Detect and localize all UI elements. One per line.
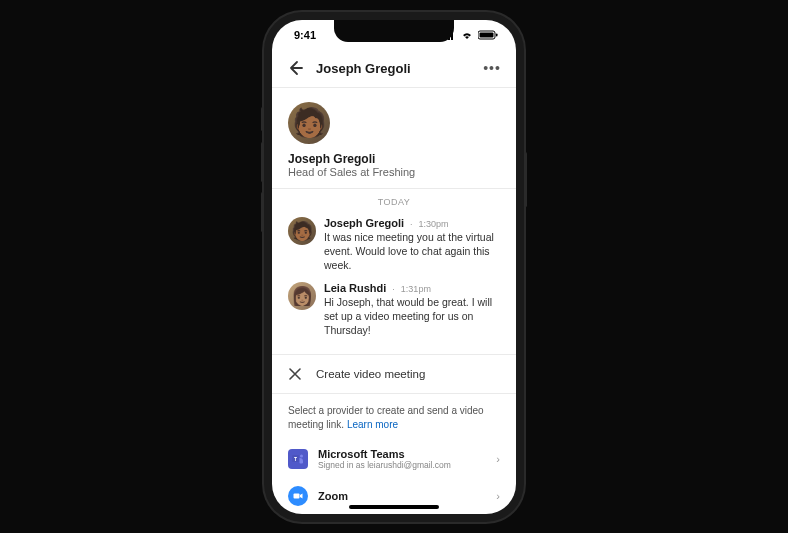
teams-icon: T: [288, 449, 308, 469]
message-time: 1:30pm: [419, 219, 449, 229]
phone-side-button: [261, 107, 264, 131]
page-title: Joseph Gregoli: [316, 61, 470, 76]
chevron-right-icon: ›: [496, 453, 500, 465]
svg-point-9: [300, 454, 303, 457]
dot-sep: ·: [410, 219, 413, 229]
close-icon: [289, 368, 301, 380]
more-icon: •••: [483, 60, 501, 76]
notch: [334, 20, 454, 42]
provider-info: Zoom: [318, 490, 486, 502]
message-row: Leia Rushdi · 1:31pm Hi Joseph, that wou…: [272, 278, 516, 344]
wifi-icon: [460, 30, 474, 40]
learn-more-link[interactable]: Learn more: [347, 419, 398, 430]
phone-frame: 9:41 Joseph Gregoli ••• Joseph Gregoli H…: [264, 12, 524, 522]
svg-rect-5: [480, 32, 494, 37]
battery-icon: [478, 30, 498, 40]
day-separator: TODAY: [272, 189, 516, 213]
profile-block: Joseph Gregoli Head of Sales at Freshing: [272, 88, 516, 189]
svg-rect-10: [294, 493, 300, 498]
more-button[interactable]: •••: [482, 58, 502, 78]
phone-side-button: [261, 192, 264, 232]
message-time: 1:31pm: [401, 284, 431, 294]
message-text: It was nice meeting you at the virtual e…: [324, 230, 500, 273]
message-sender: Leia Rushdi: [324, 282, 386, 294]
chevron-right-icon: ›: [496, 490, 500, 502]
message-text: Hi Joseph, that would be great. I will s…: [324, 295, 500, 338]
phone-side-button: [261, 142, 264, 182]
message-body: Joseph Gregoli · 1:30pm It was nice meet…: [324, 217, 500, 273]
screen: 9:41 Joseph Gregoli ••• Joseph Gregoli H…: [272, 20, 516, 514]
sheet-description: Select a provider to create and send a v…: [272, 394, 516, 440]
provider-name: Microsoft Teams: [318, 448, 486, 460]
phone-side-button: [524, 152, 527, 207]
arrow-left-icon: [287, 60, 303, 76]
avatar[interactable]: [288, 217, 316, 245]
sheet-header: Create video meeting: [272, 354, 516, 394]
svg-rect-6: [496, 33, 498, 36]
profile-title: Head of Sales at Freshing: [288, 166, 500, 178]
message-row: Joseph Gregoli · 1:30pm It was nice meet…: [272, 213, 516, 279]
close-button[interactable]: [288, 367, 302, 381]
message-body: Leia Rushdi · 1:31pm Hi Joseph, that wou…: [324, 282, 500, 338]
svg-text:T: T: [294, 455, 297, 461]
provider-teams[interactable]: T Microsoft Teams Signed in as leiarushd…: [272, 440, 516, 478]
back-button[interactable]: [286, 59, 304, 77]
avatar[interactable]: [288, 282, 316, 310]
provider-sub: Signed in as leiarushdi@gmail.com: [318, 460, 486, 470]
status-time: 9:41: [294, 29, 316, 41]
home-indicator[interactable]: [349, 505, 439, 509]
provider-info: Microsoft Teams Signed in as leiarushdi@…: [318, 448, 486, 470]
message-sender: Joseph Gregoli: [324, 217, 404, 229]
dot-sep: ·: [392, 284, 395, 294]
zoom-icon: [288, 486, 308, 506]
profile-name: Joseph Gregoli: [288, 152, 500, 166]
nav-header: Joseph Gregoli •••: [272, 50, 516, 88]
sheet-title: Create video meeting: [316, 368, 425, 380]
content-area: Joseph Gregoli Head of Sales at Freshing…: [272, 88, 516, 514]
avatar[interactable]: [288, 102, 330, 144]
provider-name: Zoom: [318, 490, 486, 502]
